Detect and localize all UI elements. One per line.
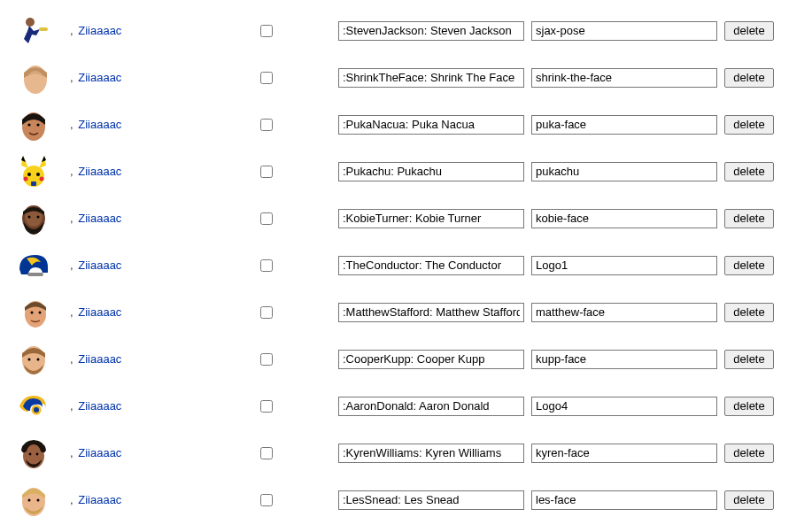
description-input[interactable]	[338, 209, 524, 228]
delete-button[interactable]: delete	[724, 303, 774, 322]
username-link[interactable]: Ziiaaaac	[78, 118, 121, 131]
username-link[interactable]: Ziiaaaac	[78, 212, 121, 225]
username-link[interactable]: Ziiaaaac	[78, 399, 121, 413]
username-link[interactable]: Ziiaaaac	[78, 446, 121, 459]
code-input[interactable]	[531, 397, 717, 416]
code-input[interactable]	[531, 256, 717, 275]
description-cell	[338, 21, 524, 41]
table-row: , Ziiaaaacdelete	[16, 382, 796, 429]
svg-point-8	[27, 173, 31, 176]
row-checkbox[interactable]	[260, 166, 273, 178]
row-checkbox[interactable]	[260, 72, 273, 84]
username-link[interactable]: Ziiaaaac	[78, 71, 121, 84]
separator: ,	[70, 212, 76, 225]
avatar-cell	[16, 201, 60, 236]
avatar-icon-rams-logo-horns	[16, 389, 51, 424]
delete-cell: delete	[724, 490, 786, 510]
description-input[interactable]	[338, 256, 524, 275]
username-cell: , Ziiaaaac	[67, 71, 253, 84]
username-link[interactable]: Ziiaaaac	[78, 24, 121, 37]
code-input[interactable]	[531, 162, 717, 181]
avatar-cell	[16, 482, 60, 518]
avatar-cell	[16, 389, 60, 424]
description-input[interactable]	[338, 444, 524, 463]
delete-cell: delete	[724, 350, 786, 369]
code-cell	[531, 162, 717, 181]
code-input[interactable]	[531, 209, 717, 228]
description-cell	[338, 444, 524, 463]
svg-point-10	[24, 176, 28, 181]
description-input[interactable]	[338, 350, 524, 369]
code-cell	[531, 397, 717, 416]
description-cell	[338, 115, 524, 135]
separator: ,	[70, 258, 76, 272]
description-input[interactable]	[338, 21, 524, 41]
delete-button[interactable]: delete	[724, 350, 774, 369]
table-row: , Ziiaaaacdelete	[16, 476, 796, 517]
username-link[interactable]: Ziiaaaac	[78, 352, 121, 366]
description-cell	[338, 256, 524, 275]
username-link[interactable]: Ziiaaaac	[78, 258, 121, 272]
separator: ,	[70, 493, 76, 506]
delete-button[interactable]: delete	[724, 209, 774, 228]
code-input[interactable]	[531, 68, 717, 88]
row-checkbox[interactable]	[260, 25, 273, 37]
separator: ,	[70, 352, 76, 366]
username-link[interactable]: Ziiaaaac	[78, 493, 121, 506]
row-checkbox[interactable]	[260, 447, 273, 459]
avatar-cell	[16, 107, 60, 143]
code-input[interactable]	[531, 490, 717, 510]
row-checkbox[interactable]	[260, 400, 273, 413]
delete-button[interactable]: delete	[724, 115, 774, 135]
description-cell	[338, 303, 524, 322]
avatar-cell	[16, 248, 60, 283]
checkbox-cell	[260, 119, 331, 131]
svg-rect-1	[39, 27, 48, 31]
table-row: , Ziiaaaacdelete	[16, 289, 796, 336]
code-input[interactable]	[531, 115, 717, 135]
avatar-cell	[16, 436, 60, 471]
description-input[interactable]	[338, 490, 524, 510]
delete-button[interactable]: delete	[724, 444, 774, 463]
delete-button[interactable]: delete	[724, 21, 774, 41]
description-input[interactable]	[338, 68, 524, 88]
row-checkbox[interactable]	[260, 212, 273, 225]
code-input[interactable]	[531, 303, 717, 322]
username-link[interactable]: Ziiaaaac	[78, 305, 121, 319]
delete-button[interactable]: delete	[724, 162, 774, 181]
svg-point-19	[31, 311, 34, 313]
svg-point-25	[34, 407, 39, 413]
avatar-icon-blonde-face	[16, 482, 51, 518]
row-checkbox[interactable]	[260, 494, 273, 506]
username-cell: , Ziiaaaac	[67, 258, 253, 272]
delete-button[interactable]: delete	[724, 256, 774, 275]
code-cell	[531, 256, 717, 275]
code-input[interactable]	[531, 21, 717, 41]
svg-point-6	[36, 123, 39, 126]
row-checkbox[interactable]	[260, 259, 273, 272]
delete-button[interactable]: delete	[724, 490, 774, 510]
row-checkbox[interactable]	[260, 306, 273, 319]
username-cell: , Ziiaaaac	[67, 352, 253, 366]
description-input[interactable]	[338, 397, 524, 416]
code-cell	[531, 444, 717, 463]
row-checkbox[interactable]	[260, 119, 273, 131]
delete-button[interactable]: delete	[724, 397, 774, 416]
description-input[interactable]	[338, 303, 524, 322]
separator: ,	[70, 71, 76, 84]
description-input[interactable]	[338, 162, 524, 181]
username-link[interactable]: Ziiaaaac	[78, 165, 121, 178]
delete-cell: delete	[724, 397, 786, 416]
delete-button[interactable]: delete	[724, 68, 774, 88]
code-cell	[531, 303, 717, 322]
code-cell	[531, 490, 717, 510]
description-input[interactable]	[338, 115, 524, 135]
table-row: , Ziiaaaacdelete	[16, 242, 796, 289]
code-input[interactable]	[531, 350, 717, 369]
code-cell	[531, 21, 717, 41]
row-checkbox[interactable]	[260, 353, 273, 366]
description-cell	[338, 397, 524, 416]
code-input[interactable]	[531, 444, 717, 463]
username-cell: , Ziiaaaac	[67, 118, 253, 131]
table-row: , Ziiaaaacdelete	[16, 148, 796, 195]
